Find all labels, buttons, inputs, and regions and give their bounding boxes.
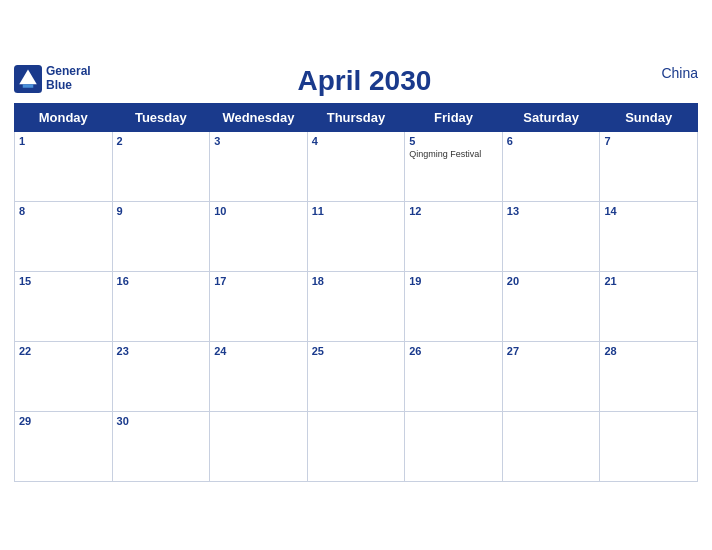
day-number: 18 (312, 275, 401, 287)
calendar-day-cell: 24 (210, 341, 308, 411)
calendar-day-cell (600, 411, 698, 481)
calendar-body: 12345Qingming Festival678910111213141516… (15, 131, 698, 481)
calendar-wrapper: General Blue April 2030 China Monday Tue… (0, 55, 712, 496)
calendar-day-cell: 16 (112, 271, 210, 341)
day-number: 30 (117, 415, 206, 427)
calendar-day-cell: 27 (502, 341, 600, 411)
calendar-day-cell: 18 (307, 271, 405, 341)
calendar-day-cell (502, 411, 600, 481)
weekday-header-row: Monday Tuesday Wednesday Thursday Friday… (15, 103, 698, 131)
logo-text: General Blue (46, 65, 91, 91)
day-number: 10 (214, 205, 303, 217)
day-number: 29 (19, 415, 108, 427)
header-tuesday: Tuesday (112, 103, 210, 131)
day-number: 22 (19, 345, 108, 357)
header-friday: Friday (405, 103, 503, 131)
calendar-day-cell: 28 (600, 341, 698, 411)
calendar-week-row: 891011121314 (15, 201, 698, 271)
calendar-day-cell: 30 (112, 411, 210, 481)
day-number: 15 (19, 275, 108, 287)
calendar-day-cell: 11 (307, 201, 405, 271)
day-number: 8 (19, 205, 108, 217)
day-number: 14 (604, 205, 693, 217)
calendar-day-cell: 8 (15, 201, 113, 271)
calendar-day-cell: 25 (307, 341, 405, 411)
day-number: 4 (312, 135, 401, 147)
calendar-day-cell: 5Qingming Festival (405, 131, 503, 201)
calendar-day-cell: 20 (502, 271, 600, 341)
header-sunday: Sunday (600, 103, 698, 131)
day-number: 6 (507, 135, 596, 147)
day-number: 2 (117, 135, 206, 147)
calendar-day-cell: 15 (15, 271, 113, 341)
header-thursday: Thursday (307, 103, 405, 131)
day-number: 21 (604, 275, 693, 287)
calendar-day-cell: 10 (210, 201, 308, 271)
header-wednesday: Wednesday (210, 103, 308, 131)
day-number: 26 (409, 345, 498, 357)
header-monday: Monday (15, 103, 113, 131)
day-number: 16 (117, 275, 206, 287)
day-number: 27 (507, 345, 596, 357)
day-number: 13 (507, 205, 596, 217)
day-number: 3 (214, 135, 303, 147)
day-number: 24 (214, 345, 303, 357)
calendar-header: General Blue April 2030 China (14, 65, 698, 97)
event-label: Qingming Festival (409, 149, 498, 159)
calendar-day-cell: 19 (405, 271, 503, 341)
calendar-day-cell: 7 (600, 131, 698, 201)
day-number: 9 (117, 205, 206, 217)
day-number: 23 (117, 345, 206, 357)
calendar-day-cell (210, 411, 308, 481)
calendar-day-cell: 29 (15, 411, 113, 481)
general-blue-logo-icon (14, 65, 42, 93)
calendar-title: April 2030 (91, 65, 638, 97)
calendar-day-cell: 14 (600, 201, 698, 271)
day-number: 20 (507, 275, 596, 287)
day-number: 7 (604, 135, 693, 147)
header-saturday: Saturday (502, 103, 600, 131)
day-number: 25 (312, 345, 401, 357)
calendar-day-cell: 21 (600, 271, 698, 341)
calendar-day-cell: 4 (307, 131, 405, 201)
region-label: China (638, 65, 698, 81)
calendar-day-cell: 12 (405, 201, 503, 271)
calendar-day-cell: 6 (502, 131, 600, 201)
day-number: 11 (312, 205, 401, 217)
calendar-day-cell: 23 (112, 341, 210, 411)
calendar-day-cell: 3 (210, 131, 308, 201)
day-number: 19 (409, 275, 498, 287)
calendar-week-row: 15161718192021 (15, 271, 698, 341)
calendar-table: Monday Tuesday Wednesday Thursday Friday… (14, 103, 698, 482)
calendar-day-cell (405, 411, 503, 481)
calendar-week-row: 2930 (15, 411, 698, 481)
logo-area: General Blue (14, 65, 91, 93)
day-number: 1 (19, 135, 108, 147)
calendar-week-row: 12345Qingming Festival67 (15, 131, 698, 201)
day-number: 12 (409, 205, 498, 217)
calendar-day-cell: 1 (15, 131, 113, 201)
day-number: 5 (409, 135, 498, 147)
svg-rect-2 (23, 84, 34, 88)
calendar-day-cell: 22 (15, 341, 113, 411)
calendar-day-cell: 17 (210, 271, 308, 341)
calendar-day-cell: 13 (502, 201, 600, 271)
calendar-day-cell: 9 (112, 201, 210, 271)
day-number: 28 (604, 345, 693, 357)
calendar-day-cell: 2 (112, 131, 210, 201)
calendar-day-cell: 26 (405, 341, 503, 411)
calendar-day-cell (307, 411, 405, 481)
calendar-week-row: 22232425262728 (15, 341, 698, 411)
day-number: 17 (214, 275, 303, 287)
